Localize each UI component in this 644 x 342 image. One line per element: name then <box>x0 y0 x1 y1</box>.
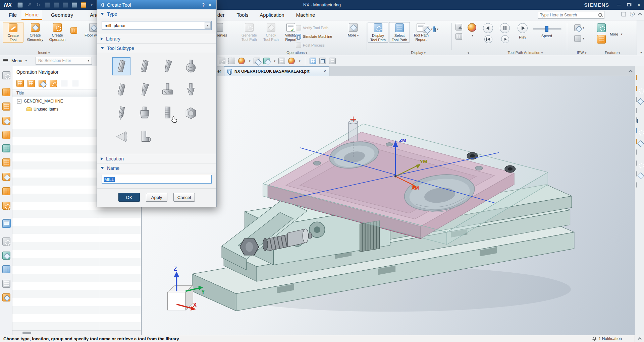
chevron-down-icon[interactable] <box>91 3 93 7</box>
navigator-icon-5[interactable] <box>2 144 11 153</box>
speed-slider-handle[interactable] <box>545 26 548 32</box>
display-group-label[interactable]: Display <box>393 51 443 55</box>
view-cube-icon[interactable] <box>263 58 270 64</box>
navigator-icon-2[interactable] <box>2 102 11 111</box>
resource-icon-10[interactable] <box>636 172 643 179</box>
misc-more-button[interactable] <box>464 22 480 38</box>
tab-geometry[interactable]: Geometry <box>42 10 82 20</box>
tool-subtype-tslot-mill[interactable] <box>159 81 177 99</box>
section-name-header[interactable]: Name <box>97 163 216 173</box>
resource-icon-6[interactable] <box>636 128 643 135</box>
tab-file[interactable]: File <box>4 10 21 20</box>
tool-name-input[interactable]: MILL <box>102 175 212 184</box>
hatch-display-icon[interactable] <box>329 58 336 64</box>
section-type-header[interactable]: Type <box>97 9 216 18</box>
move-up-icon[interactable] <box>455 24 462 30</box>
navigator-icon-11[interactable] <box>2 251 11 260</box>
feature-more-item[interactable]: More <box>610 31 623 37</box>
navigator-icon-1[interactable] <box>2 87 11 96</box>
shaded-display-icon[interactable] <box>238 58 245 64</box>
step-back-button[interactable] <box>483 23 493 33</box>
operation-navigator-icon[interactable] <box>2 219 11 228</box>
tab-tools[interactable]: Tools <box>231 10 254 20</box>
insert-group-label[interactable]: Insert <box>2 51 86 55</box>
tool-subtype-thread-mill[interactable] <box>159 104 177 122</box>
navigator-icon-13[interactable] <box>2 279 11 288</box>
dialog-close-button[interactable]: × <box>207 2 213 8</box>
hamburger-icon[interactable] <box>3 59 8 62</box>
display-option-combo[interactable] <box>423 26 438 32</box>
window-switch-icon[interactable] <box>72 2 77 8</box>
search-input[interactable] <box>540 13 598 17</box>
feature-group-label[interactable]: Feature <box>596 51 629 55</box>
fullscreen-icon[interactable] <box>622 12 626 16</box>
tool-subtype-sphere-mill[interactable] <box>182 57 200 75</box>
tool-subtype-taper-mill[interactable] <box>159 57 177 75</box>
horizontal-scrollbar[interactable] <box>12 330 141 335</box>
command-finder-icon[interactable] <box>81 2 86 8</box>
machine-tool-view-icon[interactable] <box>28 80 35 87</box>
section-subtype-header[interactable]: Tool Subtype <box>97 44 216 53</box>
menu-button[interactable]: Menu <box>8 58 30 63</box>
tab-application[interactable]: Application <box>254 10 290 20</box>
dialog-titlebar[interactable]: Create Tool ? × <box>97 0 216 9</box>
tool-subtype-angled-head[interactable] <box>136 128 154 146</box>
navigator-icon-12[interactable] <box>2 265 11 274</box>
tool-subtype-spot-drill[interactable] <box>112 104 130 122</box>
go-to-end-button[interactable] <box>501 35 509 43</box>
go-to-start-button[interactable] <box>484 35 492 43</box>
navigator-icon-14[interactable] <box>2 293 11 302</box>
minimize-window-button[interactable] <box>614 0 624 10</box>
tool-subtype-ball-mill[interactable] <box>112 81 130 99</box>
navigator-icon-6[interactable] <box>2 158 11 167</box>
cancel-button[interactable]: Cancel <box>173 193 195 202</box>
misc-group-label[interactable] <box>460 51 476 55</box>
navigator-icon-10[interactable] <box>2 237 11 246</box>
save-icon[interactable] <box>17 2 23 8</box>
operations-group-label[interactable]: Operations <box>272 51 322 55</box>
dialog-help-button[interactable]: ? <box>200 2 207 8</box>
section-location-header[interactable]: Location <box>97 154 216 163</box>
tool-subtype-cone[interactable] <box>112 128 130 146</box>
speed-slider[interactable] <box>533 28 561 29</box>
navigator-icon-7[interactable] <box>2 172 11 181</box>
create-geometry-button[interactable]: Create Geometry <box>25 22 46 42</box>
display-tool-path-button[interactable]: Display Tool Path <box>368 22 388 43</box>
navigator-icon-9[interactable] <box>2 201 11 210</box>
list-view-icon[interactable] <box>455 33 462 40</box>
pause-button[interactable] <box>500 23 510 33</box>
tool-subtype-endmill-7[interactable] <box>136 57 154 75</box>
selection-filter-select[interactable]: No Selection Filter <box>36 57 92 65</box>
ipw-display-combo[interactable] <box>574 24 584 31</box>
part-tab-active[interactable]: NX OPERATORLUK BASAMAKLARI.prt × <box>224 66 329 76</box>
tool-subtype-face-mill[interactable] <box>136 104 154 122</box>
simulate-machine-item[interactable]: Simulate Machine <box>296 33 332 40</box>
resource-icon-5[interactable] <box>636 118 643 125</box>
machining-method-view-icon[interactable] <box>50 80 57 87</box>
section-library-header[interactable]: Library <box>97 34 216 43</box>
create-operation-button[interactable]: Create Operation <box>47 22 68 42</box>
resource-icon-3[interactable] <box>636 97 643 104</box>
tool-subtype-hex-mill[interactable] <box>182 104 200 122</box>
create-tool-button[interactable]: Create Tool <box>3 22 23 43</box>
render-style-icon[interactable] <box>278 58 285 64</box>
apply-button[interactable]: Apply <box>146 193 167 202</box>
tool-subtype-chamfer-mill[interactable] <box>136 81 154 99</box>
tab-machine[interactable]: Machine <box>290 10 321 20</box>
tool-subtype-endmill-5[interactable] <box>112 57 130 75</box>
wireframe-display-icon[interactable] <box>254 58 260 64</box>
resource-icon-11[interactable] <box>636 183 643 190</box>
resource-icon-9[interactable] <box>636 161 643 168</box>
tab-home[interactable]: Home <box>21 10 42 20</box>
ipw-group-label[interactable]: IPW <box>569 51 594 55</box>
ipw-save-combo[interactable] <box>574 35 584 42</box>
resource-icon-7[interactable] <box>636 139 643 146</box>
program-order-view-icon[interactable] <box>16 80 24 87</box>
select-tool-path-button[interactable]: Select Tool Path <box>389 22 410 43</box>
play-button[interactable] <box>518 23 528 33</box>
plane-display-icon[interactable] <box>319 58 326 64</box>
close-window-button[interactable] <box>634 0 644 10</box>
operations-more-button[interactable]: More <box>343 22 364 38</box>
rectangle-select-icon[interactable] <box>228 58 235 64</box>
tab-list-icon[interactable] <box>629 70 632 73</box>
